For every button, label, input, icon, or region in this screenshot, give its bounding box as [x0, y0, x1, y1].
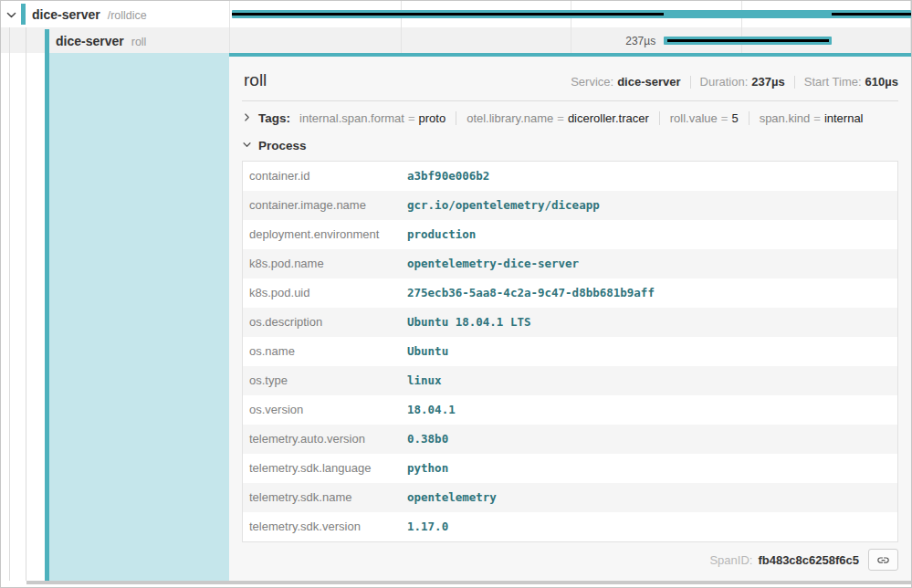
child-span-marker	[832, 13, 911, 16]
process-table-row: os.descriptionUbuntu 18.04.1 LTS	[243, 308, 897, 337]
jaeger-trace-detail-view: dice-server/rolldice dice-serverroll 237…	[0, 0, 912, 588]
process-key: os.description	[243, 308, 400, 337]
process-value: 275ecb36-5aa8-4c2a-9c47-d8bb681b9aff	[400, 278, 662, 308]
process-value: linux	[400, 366, 449, 395]
process-value: 18.04.1	[400, 395, 463, 425]
tag-value: proto	[419, 111, 446, 125]
span-color-bar	[45, 29, 49, 53]
tag-value: 5	[731, 111, 738, 125]
spanid-value: fb483c8c6258f6c5	[758, 553, 859, 567]
service-name: dice-server	[32, 7, 100, 22]
chevron-down-icon	[242, 137, 252, 153]
process-key: telemetry.sdk.name	[243, 483, 400, 512]
process-key: deployment.environment	[243, 220, 400, 249]
span-name-column[interactable]: dice-server/rolldice	[1, 1, 229, 27]
process-table-row: os.typelinux	[243, 366, 897, 395]
equals-sign: =	[557, 111, 564, 125]
process-key: os.version	[243, 395, 400, 425]
process-key: container.id	[243, 162, 400, 191]
process-value: a3bf90e006b2	[400, 162, 497, 191]
meta-value: dice-server	[617, 75, 680, 89]
selected-span-highlight	[49, 53, 229, 581]
process-key: container.image.name	[243, 191, 400, 220]
process-table-row: telemetry.sdk.version1.17.0	[243, 512, 897, 541]
operation-name: roll	[131, 36, 147, 48]
deep-link-button[interactable]	[868, 549, 898, 571]
process-table-row: telemetry.sdk.nameopentelemetry	[243, 483, 897, 512]
child-span-marker	[667, 39, 829, 42]
divider	[456, 111, 456, 125]
process-table-row: k8s.pod.nameopentelemetry-dice-server	[243, 249, 897, 278]
span-title: roll	[242, 70, 267, 90]
tag-key: span.kind	[760, 111, 811, 125]
chevron-down-icon[interactable]	[5, 8, 17, 25]
span-name-column[interactable]: dice-serverroll	[1, 27, 229, 53]
meta-label: Duration:	[700, 75, 749, 89]
meta-label: Service:	[571, 75, 613, 89]
process-table-row: deployment.environmentproduction	[243, 220, 897, 249]
meta-label: Start Time:	[804, 75, 862, 89]
process-toggle[interactable]: Process	[242, 137, 898, 153]
header-divider	[242, 100, 898, 101]
divider	[659, 111, 660, 125]
operation-name: /rolldice	[108, 9, 147, 22]
process-table-row: os.version18.04.1	[243, 395, 897, 425]
process-key: telemetry.sdk.language	[243, 454, 400, 483]
timeline-cell[interactable]: 237µs	[229, 27, 911, 53]
meta-value: 610µs	[865, 75, 898, 89]
indent-guide	[1, 27, 10, 53]
chevron-right-icon	[242, 111, 252, 125]
indent-guide	[10, 27, 26, 53]
process-value: Ubuntu 18.04.1 LTS	[400, 308, 538, 337]
timeline-gridline	[910, 27, 911, 53]
process-key: k8s.pod.uid	[243, 278, 400, 308]
process-key: telemetry.sdk.version	[243, 512, 400, 541]
spanid-label: SpanID:	[709, 553, 752, 567]
timeline-cell[interactable]	[229, 1, 911, 27]
detail-row-bottom-border	[26, 581, 911, 584]
divider	[749, 111, 750, 125]
span-duration-label: 237µs	[230, 35, 655, 47]
detail-footer: SpanID: fb483c8c6258f6c5	[242, 549, 898, 571]
indent-guide	[1, 53, 10, 581]
detail-indent-area	[1, 53, 229, 581]
equals-sign: =	[813, 111, 821, 125]
span-detail-row: roll Service: dice-server Duration: 237µ…	[1, 53, 911, 581]
child-span-marker	[232, 13, 664, 16]
equals-sign: =	[408, 111, 415, 125]
divider	[690, 76, 691, 89]
span-row-rolldice[interactable]: dice-server/rolldice	[1, 1, 911, 27]
process-key-value-table: container.ida3bf90e006b2container.image.…	[242, 161, 898, 542]
service-name: dice-server	[56, 34, 124, 48]
meta-value: 237µs	[751, 75, 784, 89]
process-table-row: k8s.pod.uid275ecb36-5aa8-4c2a-9c47-d8bb6…	[243, 278, 897, 308]
tag-key: roll.value	[670, 111, 718, 125]
divider	[794, 76, 795, 89]
process-table-row: container.ida3bf90e006b2	[243, 162, 897, 191]
span-color-bar	[21, 4, 26, 25]
span-row-roll[interactable]: dice-serverroll 237µs	[1, 27, 911, 53]
process-value: opentelemetry	[400, 483, 504, 512]
link-icon	[876, 553, 890, 567]
process-key: k8s.pod.name	[243, 249, 400, 278]
process-value: 1.17.0	[400, 512, 456, 541]
tags-toggle[interactable]: Tags: internal.span.format=protootel.lib…	[242, 111, 898, 125]
tag-key: otel.library.name	[466, 111, 553, 125]
tag-item: roll.value=5	[670, 111, 739, 125]
tag-value: internal	[824, 111, 864, 125]
process-value: gcr.io/opentelemetry/diceapp	[400, 191, 607, 220]
process-key: os.name	[243, 337, 400, 366]
equals-sign: =	[721, 111, 729, 125]
tag-item: otel.library.name=diceroller.tracer	[466, 111, 649, 125]
indent-guide	[10, 53, 26, 581]
tag-item: internal.span.format=proto	[299, 111, 446, 125]
process-key: telemetry.auto.version	[243, 425, 400, 454]
tag-key: internal.span.format	[299, 111, 404, 125]
process-table-row: container.image.namegcr.io/opentelemetry…	[243, 191, 897, 220]
process-label: Process	[258, 139, 307, 152]
process-key: os.type	[243, 366, 400, 395]
tags-label: Tags:	[258, 111, 290, 125]
process-table-row: os.nameUbuntu	[243, 337, 897, 366]
detail-header: roll Service: dice-server Duration: 237µ…	[242, 57, 898, 90]
process-value: production	[400, 220, 483, 249]
